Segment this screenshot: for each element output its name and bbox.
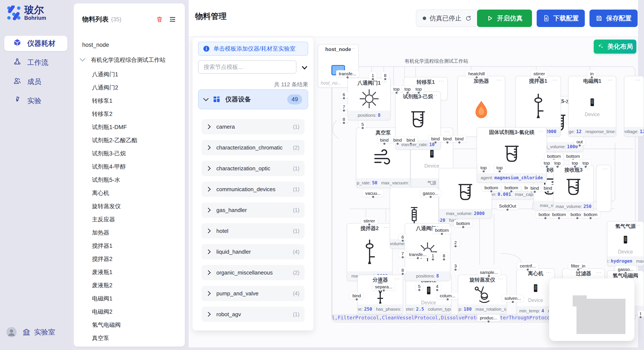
port-pill-bind[interactable]: bind — [350, 292, 364, 299]
start-simulation-button[interactable]: 开启仿真 — [477, 9, 532, 27]
sidebar-item-instruments[interactable]: 仪器耗材 — [4, 36, 67, 51]
beautify-layout-button[interactable]: 美化布局 — [594, 39, 636, 54]
tree-item[interactable]: 电磁阀2 — [92, 308, 112, 316]
port-pill-SolidOut[interactable]: SolidOut — [496, 202, 519, 210]
port-pill-5[interactable]: 5 — [415, 283, 423, 290]
tree-item[interactable]: 搅拌器2 — [92, 255, 112, 263]
port-pill-bind[interactable]: bind — [390, 137, 405, 144]
port-pill-5[interactable]: 5 — [359, 121, 367, 128]
avatar[interactable] — [6, 327, 16, 337]
sidebar-footer[interactable]: 实验室 — [6, 327, 55, 337]
port-pill-1[interactable]: 1 — [429, 252, 437, 259]
tree-item[interactable]: 离心机 — [92, 189, 109, 197]
canvas-node-separator[interactable]: 分液器⋯volume: 250has_phases: true — [357, 275, 403, 314]
template-item-pump_and_valve[interactable]: pump_and_valve(4) — [202, 286, 304, 301]
category-instruments[interactable]: 仪器设备 49 — [198, 89, 308, 109]
download-config-button[interactable]: 下载配置 — [537, 9, 585, 27]
port-pill-separa[interactable]: separa... — [372, 283, 395, 291]
save-config-button[interactable]: 保存配置 — [590, 9, 638, 27]
port-pill-bind[interactable]: bind — [452, 135, 466, 143]
port-pill-bottom[interactable]: bottom — [454, 220, 473, 227]
node-menu-icon[interactable]: ⋯ — [350, 45, 356, 52]
sidebar-item-experiment[interactable]: 实验 — [4, 93, 67, 108]
port-pill-8[interactable]: 8 — [440, 252, 448, 259]
port-pill-top[interactable]: top — [390, 85, 402, 93]
port-pill-3[interactable]: 3 — [452, 262, 460, 270]
port-pill-7[interactable]: 7 — [399, 250, 407, 257]
port-pill-solven[interactable]: solven... — [502, 295, 524, 302]
port-pill-bind[interactable]: bind — [528, 184, 542, 192]
node-menu-icon[interactable]: ⋯ — [394, 276, 400, 282]
template-item-liquid_handler[interactable]: liquid_handler(4) — [202, 244, 304, 259]
tree-item[interactable]: 加热器 — [92, 229, 109, 236]
port-pill-gasso[interactable]: gasso... — [420, 190, 441, 197]
sidebar-item-lab[interactable]: 实验室 — [22, 328, 55, 337]
port-pill-bottom[interactable]: bottom — [482, 184, 501, 191]
node-menu-icon[interactable]: ⋯ — [546, 269, 552, 276]
template-item-gas_handler[interactable]: gas_handler(1) — [202, 202, 304, 218]
node-menu-icon[interactable]: ⋯ — [498, 276, 504, 282]
port-pill-1[interactable]: 1 — [369, 72, 377, 79]
trash-icon[interactable] — [156, 16, 163, 23]
port-pill-stirrer[interactable]: stirrer — [361, 217, 378, 224]
port-pill-out[interactable]: out — [574, 138, 586, 146]
port-pill-bottom[interactable]: bottom — [581, 211, 600, 218]
port-pill-centrif[interactable]: centrif... — [517, 262, 538, 270]
port-pill-bottom[interactable]: bottom — [432, 227, 452, 234]
port-pill-vacuu[interactable]: vacuu... — [362, 190, 384, 197]
port-pill-top[interactable]: top — [402, 85, 413, 93]
port-pill-top[interactable]: top — [541, 160, 553, 167]
panel-collapse-icon[interactable] — [300, 63, 309, 72]
template-item-camera[interactable]: camera(1) — [202, 119, 304, 134]
tree-item[interactable]: 八通阀门1 — [92, 71, 118, 78]
template-item-communication_devices[interactable]: communication_devices(1) — [202, 181, 304, 197]
port-pill-heatchill[interactable]: heatchill — [466, 70, 488, 77]
port-pill-6[interactable]: 6 — [340, 91, 348, 98]
tree-item[interactable]: 真空泵 — [92, 334, 109, 342]
canvas-node-solenoid1[interactable]: 电磁阀1⋯Devicevoltage: 12response_time: 0.1 — [568, 76, 616, 137]
port-pill-filterin[interactable]: filter_in — [568, 262, 588, 270]
port-pill-bind[interactable]: bind — [377, 137, 392, 144]
sidebar-item-members[interactable]: 成员 — [4, 74, 67, 89]
port-pill-top[interactable]: top — [580, 160, 592, 167]
port-pill-bind[interactable]: bind — [404, 137, 418, 144]
node-menu-icon[interactable]: ⋯ — [596, 269, 602, 276]
template-item-hotel[interactable]: hotel(1) — [202, 223, 304, 239]
port-pill-8[interactable]: 8 — [399, 267, 407, 274]
node-menu-icon[interactable]: ⋯ — [602, 166, 608, 172]
template-item-robot_agv[interactable]: robot_agv(1) — [202, 307, 304, 322]
template-item-characterization_optic[interactable]: characterization_optic(1) — [202, 161, 304, 176]
tree-item[interactable]: 试剂瓶1-DMF — [92, 123, 127, 131]
tree-item[interactable]: 氢气电磁阀 — [92, 321, 121, 329]
tree-item[interactable]: 主反应器 — [92, 216, 115, 223]
collapse-list-icon[interactable] — [169, 15, 176, 23]
canvas-node-solenoid2[interactable]: ⋯voltage: 12 — [624, 76, 644, 137]
port-pill-4[interactable]: 4 — [433, 283, 441, 290]
port-pill-bottom[interactable]: bottom — [544, 153, 564, 160]
canvas-node-stirrer2[interactable]: 搅拌器2⋯max_speed: 2000 — [347, 223, 392, 281]
tree-item[interactable]: 转移泵2 — [92, 110, 112, 118]
template-item-organic_miscellaneous[interactable]: organic_miscellaneous(2) — [202, 265, 304, 280]
port-pill-top[interactable]: top — [552, 160, 563, 167]
tree-item-host-node[interactable]: host_node — [82, 42, 109, 48]
tree-item[interactable]: 废液瓶1 — [92, 268, 112, 276]
tree-item[interactable]: 试剂瓶2-乙酸乙酯 — [92, 137, 137, 144]
port-pill-top[interactable]: top — [478, 164, 490, 172]
tree-group-workstation[interactable]: 有机化学流程综合测试工作站 — [80, 56, 166, 64]
template-item-characterization_chromatic[interactable]: characterization_chromatic(2) — [202, 140, 304, 155]
node-menu-icon[interactable]: ⋯ — [607, 77, 613, 83]
node-menu-icon[interactable]: ⋯ — [635, 77, 641, 83]
port-pill-bind[interactable]: bind — [541, 184, 555, 192]
port-pill-7[interactable]: 7 — [340, 103, 348, 111]
node-menu-icon[interactable]: ⋯ — [444, 128, 450, 135]
tree-item[interactable]: 试剂瓶4-甲醇 — [92, 163, 126, 171]
port-pill-in[interactable]: in — [587, 70, 596, 77]
port-pill-6[interactable]: 6 — [399, 233, 407, 241]
tree-item[interactable]: 试剂瓶3-己烷 — [92, 150, 126, 157]
search-input[interactable] — [198, 60, 296, 74]
port-pill-top[interactable]: top — [413, 85, 424, 93]
tree-item[interactable]: 转移泵1 — [92, 97, 112, 105]
port-pill-gasso[interactable]: gasso... — [615, 266, 636, 273]
node-menu-icon[interactable]: ⋯ — [384, 224, 390, 231]
node-menu-icon[interactable]: ⋯ — [538, 128, 544, 135]
